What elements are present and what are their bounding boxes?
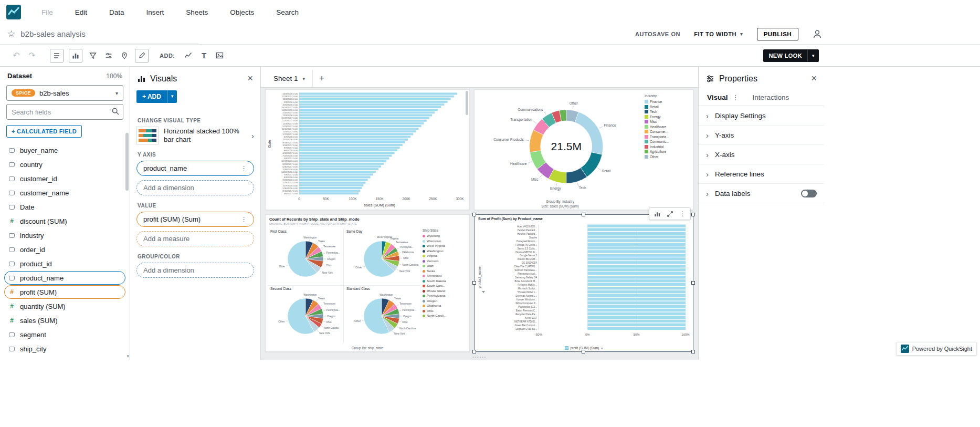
value-add-measure[interactable]: Add a measure: [136, 231, 254, 246]
favorite-star-icon[interactable]: ☆: [7, 28, 15, 39]
legend-item-wisconsin[interactable]: Wisconsin: [423, 239, 468, 244]
resize-handle[interactable]: [691, 281, 695, 285]
pie-panel-second-class[interactable]: Second ClassWashingtonTexasTennesseePenn…: [268, 286, 344, 343]
legend-item-south-caro[interactable]: South Caro...: [423, 284, 468, 289]
pie-panel-first-class[interactable]: First ClassWashingtonTexasTennesseePenns…: [268, 228, 344, 286]
resize-handle[interactable]: [691, 350, 695, 353]
legend-item-consumer[interactable]: Consumer...: [645, 129, 691, 134]
menu-search[interactable]: Search: [265, 8, 310, 16]
kebab-menu-icon[interactable]: ⋮: [240, 164, 247, 172]
prop-section-y-axis[interactable]: ›Y-axis: [699, 126, 824, 145]
resize-handle[interactable]: [472, 281, 476, 285]
kebab-menu-icon[interactable]: ⋮: [732, 93, 739, 101]
y-axis-field-pill[interactable]: product_name ⋮: [136, 161, 254, 176]
field-buyer-name[interactable]: buyer_name: [4, 143, 125, 157]
menu-data[interactable]: Data: [98, 8, 135, 16]
add-image-button[interactable]: [213, 49, 227, 63]
field-ship-mode[interactable]: ship_mode: [4, 356, 125, 360]
value-field-pill[interactable]: profit (SUM) (Sum) ⋮: [136, 212, 254, 227]
visual-scrollbar[interactable]: [465, 91, 469, 189]
fit-to-width-dropdown[interactable]: FIT TO WIDTH ▾: [694, 31, 743, 37]
close-icon[interactable]: ×: [247, 73, 253, 84]
add-text-button[interactable]: T: [197, 49, 211, 63]
publish-button[interactable]: PUBLISH: [757, 28, 798, 40]
prop-section-data-labels[interactable]: ›Data labels: [699, 184, 824, 203]
legend-item-oregon[interactable]: Oregon: [423, 299, 468, 304]
field-customer-name[interactable]: customer_name: [4, 186, 125, 200]
legend-item-north-caroli[interactable]: North Caroli...: [423, 314, 468, 319]
legend-item-utah[interactable]: Utah: [423, 264, 468, 269]
visualize-button[interactable]: [69, 49, 82, 63]
pie-panel-same-day[interactable]: Same DayWest VirginiaVirginiaTennesseePe…: [344, 228, 420, 286]
close-icon[interactable]: ×: [811, 73, 817, 84]
legend-item-communic[interactable]: Communic...: [645, 139, 691, 144]
legend-item-finance[interactable]: Finance: [645, 99, 691, 105]
resize-handle[interactable]: [691, 213, 695, 216]
profit-legend[interactable]: profit (SUM) (Sum) ▾: [475, 346, 693, 350]
kebab-menu-icon[interactable]: ⋮: [240, 215, 247, 223]
prop-section-display-settings[interactable]: ›Display Settings: [699, 106, 824, 126]
legend-item-industrial[interactable]: Industrial: [645, 144, 691, 150]
resize-handle[interactable]: [582, 213, 585, 216]
field-customer-id[interactable]: customer_id: [4, 172, 125, 185]
insights-button[interactable]: [118, 49, 131, 63]
data-labels-toggle[interactable]: [801, 190, 817, 197]
legend-item-ohio[interactable]: Ohio: [423, 309, 468, 314]
legend-item-other[interactable]: Other: [645, 154, 691, 160]
visual-sales-by-date[interactable]: 10/3/2016 0:0011/28/2017 0:0012/6/2016 0…: [265, 89, 470, 210]
legend-item-wyoming[interactable]: Wyoming: [423, 234, 468, 239]
field-country[interactable]: country: [4, 158, 125, 171]
field-segment[interactable]: segment: [4, 328, 125, 341]
parameters-button[interactable]: [102, 49, 115, 63]
menu-objects[interactable]: Objects: [219, 8, 265, 16]
field-date[interactable]: Date: [4, 200, 125, 214]
legend-item-vermont[interactable]: Vermont: [423, 259, 468, 264]
prop-section-reference-lines[interactable]: ›Reference lines: [699, 164, 824, 184]
field-ship-city[interactable]: ship_city: [4, 342, 125, 356]
field-sales-sum[interactable]: #sales (SUM): [4, 314, 125, 327]
legend-item-tennessee[interactable]: Tennessee: [423, 274, 468, 279]
prop-section-x-axis[interactable]: ›X-axis: [699, 145, 824, 164]
search-fields-input[interactable]: [6, 104, 123, 120]
sheet-tab[interactable]: Sheet 1 ▾: [266, 70, 313, 87]
maximize-button[interactable]: [666, 210, 673, 217]
legend-item-oklahoma[interactable]: Oklahoma: [423, 304, 468, 309]
visual-menu-button[interactable]: ⋮: [679, 210, 686, 217]
field-industry[interactable]: industry: [4, 228, 125, 242]
visual-insights-button[interactable]: [654, 210, 661, 217]
menu-file[interactable]: File: [30, 8, 64, 16]
legend-item-energy[interactable]: Energy: [645, 114, 691, 120]
canvas-drag-handle[interactable]: ••••••: [472, 355, 487, 359]
visual-type-selector[interactable]: Horizontal stacked 100% bar chart ›: [136, 127, 254, 144]
legend-item-west-virginia[interactable]: West Virginia: [423, 244, 468, 249]
legend-item-healthcare[interactable]: Healthcare: [645, 124, 691, 130]
legend-item-transporta[interactable]: Transporta...: [645, 134, 691, 140]
legend-item-misc[interactable]: Misc: [645, 119, 691, 124]
group-add-dimension[interactable]: Add a dimension: [136, 263, 254, 278]
visual-industry-donut[interactable]: OtherFinanceRetailTechEnergyMiscHealthca…: [474, 89, 693, 210]
legend-item-south-dakota[interactable]: South Dakota: [423, 279, 468, 284]
field-quantity-sum[interactable]: #quantity (SUM): [4, 299, 125, 313]
field-order-id[interactable]: order_id: [4, 243, 125, 256]
field-product-name[interactable]: product_name: [4, 271, 125, 285]
new-look-button[interactable]: NEW LOOK ▾: [763, 49, 819, 62]
field-product-id[interactable]: product_id: [4, 257, 125, 270]
user-icon[interactable]: [812, 29, 823, 39]
resize-handle[interactable]: [582, 350, 585, 353]
dataset-toggle-button[interactable]: [50, 49, 64, 63]
menu-sheets[interactable]: Sheets: [175, 8, 219, 16]
visual-profit-by-product-selected[interactable]: ⋮ Sum of Profit (Sum) by Product_name -5…: [474, 214, 693, 352]
dataset-scrollbar[interactable]: ▾: [124, 130, 129, 360]
quicksight-logo[interactable]: [6, 5, 21, 19]
tab-interactions[interactable]: Interactions: [753, 93, 789, 101]
add-sheet-button[interactable]: +: [313, 69, 331, 87]
legend-item-washington[interactable]: Washington: [423, 249, 468, 254]
y-axis-add-dimension[interactable]: Add a dimension: [136, 180, 254, 195]
add-visual-button[interactable]: + ADD ▾: [136, 90, 177, 103]
edit-pen-button[interactable]: [135, 49, 149, 63]
add-line-chart-button[interactable]: [182, 49, 195, 63]
visual-ship-pies[interactable]: Count of Records by Ship_state and Ship_…: [265, 214, 470, 352]
legend-item-pennsylvania[interactable]: Pennsylvania: [423, 294, 468, 299]
field-discount-sum[interactable]: #discount (SUM): [4, 214, 125, 228]
legend-item-rhode-island[interactable]: Rhode Island: [423, 289, 468, 294]
